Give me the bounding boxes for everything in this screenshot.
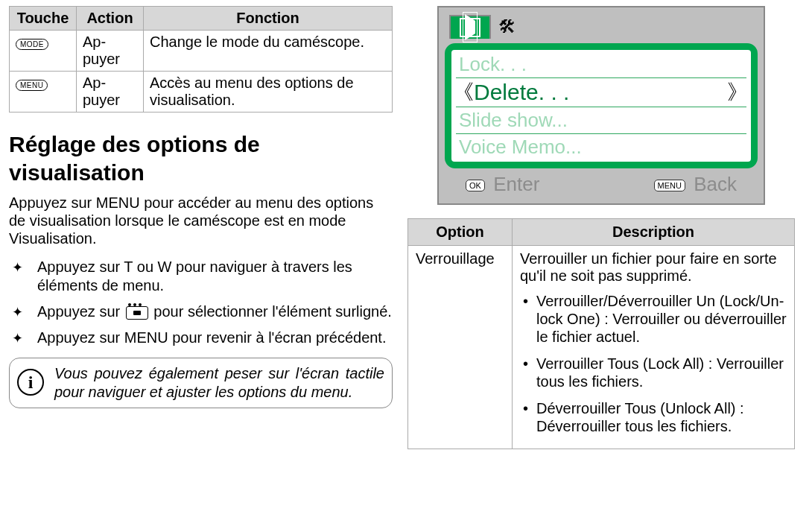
- list-item: Déverrouiller Tous (Unlock All) : Déverr…: [523, 399, 787, 435]
- text-post: pour sélectionner l'élément surligné.: [153, 303, 392, 320]
- info-icon: i: [17, 369, 44, 396]
- cell-fonction: Change le mode du caméscope.: [144, 31, 393, 72]
- list-item: Verrouiller Tous (Lock All) : Verrouille…: [523, 355, 787, 390]
- col-touche: Touche: [10, 7, 77, 31]
- wrench-icon[interactable]: 🛠: [498, 16, 516, 37]
- cell-action: Ap-puyer: [77, 72, 144, 113]
- left-column: Touche Action Fonction MODE Ap-puyer Cha…: [9, 6, 393, 520]
- table-row: Verrouillage Verrouiller un fichier pour…: [408, 246, 795, 449]
- menu-item-slideshow[interactable]: Slide show...: [456, 107, 746, 134]
- footer-enter[interactable]: OK Enter: [466, 173, 539, 196]
- list-item: Appuyez sur pour sélectionner l'élément …: [30, 302, 393, 321]
- device-screen: 🛠 Lock. . . Delete. . . Slide show... Vo…: [437, 6, 765, 205]
- screen-menu: Lock. . . Delete. . . Slide show... Voic…: [445, 43, 758, 168]
- playback-tab[interactable]: [449, 15, 491, 39]
- section-title: Réglage des options de visualisation: [9, 130, 393, 186]
- col-fonction: Fonction: [144, 7, 393, 31]
- table-row: MODE Ap-puyer Change le mode du caméscop…: [10, 31, 393, 72]
- footer-enter-label: Enter: [493, 173, 539, 195]
- list-item: Appuyez sur T ou W pour naviguer à trave…: [30, 258, 393, 295]
- info-note: i Vous pouvez également peser sur l'écra…: [9, 358, 393, 408]
- col-action: Action: [77, 7, 144, 31]
- screen-footer: OK Enter MENU Back: [445, 168, 758, 202]
- key-action-table: Touche Action Fonction MODE Ap-puyer Cha…: [9, 6, 393, 113]
- list-item: Verrouiller/Déverrouiller Un (Lock/Un-lo…: [523, 292, 787, 346]
- screen-topbar: 🛠: [445, 12, 758, 43]
- cell-action: Ap-puyer: [77, 31, 144, 72]
- note-text: Vous pouvez également peser sur l'écran …: [54, 365, 384, 400]
- table-row: MENU Ap-puyer Accès au menu des options …: [10, 72, 393, 113]
- menu-button-icon: MENU: [16, 80, 48, 91]
- menu-button-icon: MENU: [654, 180, 685, 191]
- ok-button-icon: OK: [466, 180, 485, 191]
- footer-back[interactable]: MENU Back: [654, 173, 737, 196]
- options-table: Option Description Verrouillage Verrouil…: [407, 218, 795, 449]
- cell-touche: MODE: [10, 31, 77, 72]
- cell-touche: MENU: [10, 72, 77, 113]
- menu-item-lock[interactable]: Lock. . .: [456, 51, 746, 78]
- play-icon: [460, 18, 480, 37]
- intro-paragraph: Appuyez sur MENU pour accéder au menu de…: [9, 194, 393, 247]
- col-description: Description: [513, 219, 795, 246]
- list-item: Appuyez sur MENU pour revenir à l'écran …: [30, 329, 393, 347]
- cell-description: Verrouiller un fichier pour faire en sor…: [513, 246, 795, 449]
- cell-fonction: Accès au menu des options de visualisati…: [144, 72, 393, 113]
- menu-item-voicememo[interactable]: Voice Memo...: [456, 134, 746, 160]
- desc-intro: Verrouiller un fichier pour faire en sor…: [520, 250, 777, 284]
- col-option: Option: [408, 219, 513, 246]
- cell-option: Verrouillage: [408, 246, 513, 449]
- footer-back-label: Back: [694, 173, 737, 195]
- instruction-list: Appuyez sur T ou W pour naviguer à trave…: [9, 258, 393, 347]
- text-pre: Appuyez sur: [37, 303, 124, 320]
- desc-bullets: Verrouiller/Déverrouiller Un (Lock/Un-lo…: [520, 292, 787, 435]
- right-column: 🛠 Lock. . . Delete. . . Slide show... Vo…: [407, 6, 795, 520]
- mode-button-icon: MODE: [16, 39, 48, 50]
- menu-item-delete[interactable]: Delete. . .: [456, 78, 746, 107]
- camera-icon: [126, 306, 148, 320]
